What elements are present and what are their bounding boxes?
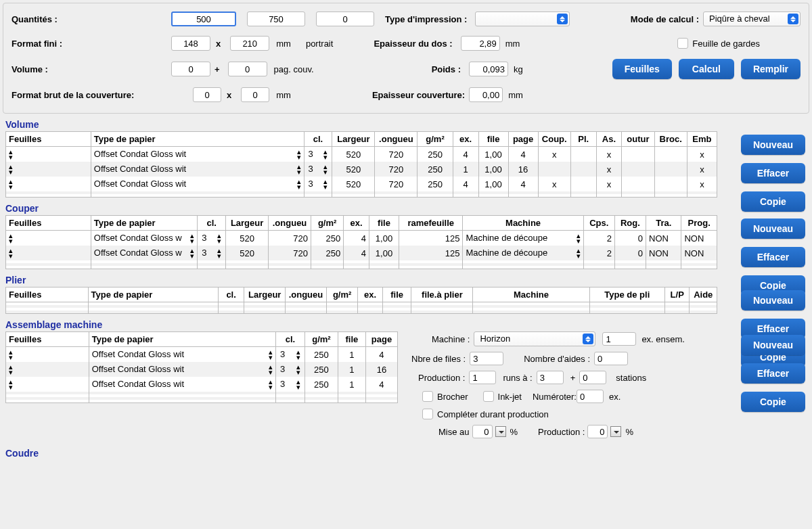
col-tra: Tra.: [646, 216, 681, 231]
table-row[interactable]: ▴▾Offset Condat Gloss w▴▾3▴▾52072025041,…: [6, 246, 717, 260]
spine-input[interactable]: [461, 36, 500, 51]
cover-h-input[interactable]: [241, 87, 269, 102]
col-file: file: [478, 132, 508, 147]
volume-effacer-button[interactable]: Effacer: [741, 163, 805, 183]
col-longueur: .ongueu: [375, 132, 418, 147]
cover-thick-input[interactable]: [469, 87, 503, 102]
asm-prod-plus: +: [570, 373, 576, 383]
table-row[interactable]: ▴▾Offset Condat Gloss wit▴▾3▴▾5207202504…: [6, 177, 717, 191]
couper-nouveau-button[interactable]: Nouveau: [741, 218, 805, 239]
asm-numeroter-label: Numéroter:: [533, 392, 577, 402]
table-row[interactable]: ▴▾Offset Condat Gloss wit▴▾3▴▾25014: [6, 377, 398, 392]
col-lp: L/P: [664, 288, 689, 302]
col-cl: cl.: [198, 216, 226, 231]
asm-prod2-dropdown[interactable]: [610, 426, 621, 437]
cover-w-input[interactable]: [193, 87, 221, 102]
asm-prod2-pct: %: [625, 427, 633, 437]
asm-completer-label: Compléter durant production: [437, 409, 549, 419]
col-gsm: g/m²: [311, 216, 343, 231]
col-paper: Type de papier: [91, 132, 304, 147]
asm-numeroter-input[interactable]: [577, 390, 604, 403]
table-row[interactable]: ▴▾Offset Condat Gloss wit▴▾3▴▾5207202501…: [6, 162, 717, 177]
print-type-label: Type d'impression :: [385, 14, 467, 24]
table-row[interactable]: ▴▾Offset Condat Gloss wit▴▾3▴▾250116: [6, 362, 398, 377]
guard-sheet-label: Feuille de gardes: [692, 39, 760, 49]
plier-nouveau-button[interactable]: Nouveau: [741, 290, 805, 310]
format-fini-width-input[interactable]: [171, 36, 210, 51]
volume-table: Feuilles Type de papier cl. Largeur .ong…: [5, 131, 717, 198]
quantity-2-input[interactable]: [247, 12, 305, 26]
asm-mise-dropdown[interactable]: [495, 426, 506, 437]
asm-aides-input[interactable]: [594, 352, 628, 365]
asm-inkjet-checkbox[interactable]: [483, 391, 494, 402]
col-page: page: [508, 132, 538, 147]
table-row[interactable]: ▴▾Offset Condat Gloss w▴▾3▴▾52072025041,…: [6, 231, 717, 246]
calcul-button[interactable]: Calcul: [679, 59, 734, 79]
volume-nouveau-button[interactable]: Nouveau: [741, 135, 805, 155]
quantity-3-input[interactable]: [316, 12, 374, 26]
asm-ensemble-input[interactable]: [602, 332, 636, 346]
calc-mode-select[interactable]: Piqûre à cheval: [703, 12, 800, 26]
col-paper: Type de papier: [88, 288, 218, 302]
col-longueur: .ongueu: [286, 288, 327, 302]
weight-input[interactable]: [469, 62, 508, 76]
assemblage-table: Feuilles Type de papier cl. g/m² file pa…: [5, 331, 398, 403]
asm-stations-label: stations: [616, 373, 646, 383]
col-typedepli: Type de pli: [589, 288, 664, 302]
asm-effacer-button[interactable]: Effacer: [741, 363, 805, 384]
col-feuilles: Feuilles: [6, 288, 89, 302]
asm-machine-select[interactable]: Horizon: [474, 331, 595, 346]
col-pl: Pl.: [570, 132, 596, 147]
asm-brocher-checkbox[interactable]: [422, 391, 433, 402]
col-cps: Cps.: [583, 216, 614, 231]
asm-prod-c-input[interactable]: [579, 371, 606, 384]
asm-nbfiles-input[interactable]: [470, 352, 503, 365]
asm-mise-label: Mise au: [438, 427, 470, 437]
feuilles-button[interactable]: Feuilles: [612, 59, 672, 79]
asm-nouveau-button[interactable]: Nouveau: [741, 335, 805, 355]
format-fini-orientation: portrait: [306, 39, 333, 49]
asm-numeroter-ex: ex.: [609, 392, 621, 402]
col-file: file: [338, 332, 365, 347]
asm-brocher-label: Brocher: [437, 392, 468, 402]
remplir-button[interactable]: Remplir: [741, 59, 800, 79]
cover-x: x: [227, 90, 231, 100]
table-row[interactable]: ▴▾Offset Condat Gloss wit▴▾3▴▾25014: [6, 347, 398, 363]
asm-copie-button[interactable]: Copie: [741, 392, 805, 412]
couper-effacer-button[interactable]: Effacer: [741, 247, 805, 267]
col-largeur: Largeur: [226, 216, 269, 231]
table-row[interactable]: [6, 400, 398, 403]
asm-machine-label: Machine :: [432, 334, 470, 344]
cover-format-label: Format brut de la couverture:: [12, 90, 167, 100]
quantity-1-input[interactable]: [171, 12, 236, 26]
table-row[interactable]: ▴▾Offset Condat Gloss wit▴▾3▴▾5207202504…: [6, 147, 717, 162]
guard-sheet-checkbox[interactable]: [677, 38, 688, 49]
col-largeur: Largeur: [332, 132, 375, 147]
table-row[interactable]: [6, 266, 717, 269]
col-largeur: Largeur: [244, 288, 286, 302]
vol-b-input[interactable]: [228, 62, 267, 76]
col-longueur: .ongueu: [269, 216, 311, 231]
plier-section-title: Plier: [5, 275, 812, 285]
quantities-label: Quantités :: [12, 14, 167, 24]
asm-completer-checkbox[interactable]: [422, 409, 433, 419]
asm-prod2-input[interactable]: [587, 425, 608, 438]
asm-prod-b-input[interactable]: [537, 371, 564, 384]
vol-plus: +: [215, 64, 220, 74]
weight-label: Poids :: [432, 64, 461, 74]
weight-unit: kg: [514, 64, 523, 74]
asm-mise-input[interactable]: [472, 425, 493, 438]
volume-copie-button[interactable]: Copie: [741, 191, 805, 212]
col-coup: Coup.: [538, 132, 570, 147]
asm-mise-pct: %: [510, 427, 518, 437]
vol-a-input[interactable]: [171, 62, 210, 76]
format-fini-x: x: [216, 39, 221, 49]
calc-mode-label: Mode de calcul :: [631, 14, 699, 24]
col-ex: ex.: [358, 288, 382, 302]
format-fini-height-input[interactable]: [230, 36, 269, 51]
table-row[interactable]: [6, 310, 717, 314]
asm-runs-label: runs à :: [503, 373, 532, 383]
print-type-select[interactable]: [475, 12, 570, 26]
asm-prod-a-input[interactable]: [469, 371, 496, 384]
table-row[interactable]: [6, 194, 717, 198]
